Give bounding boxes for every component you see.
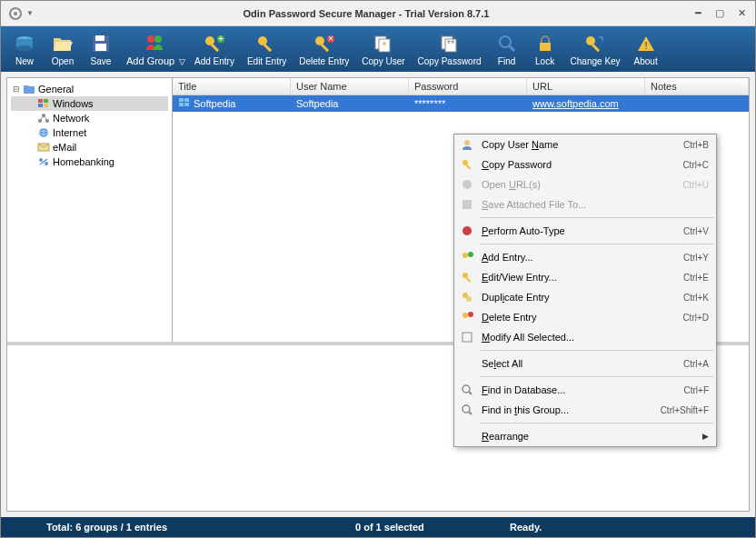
search-icon (494, 33, 520, 55)
change-key-button[interactable]: Change Key (565, 31, 626, 68)
tree-label: General (38, 84, 74, 95)
col-title[interactable]: Title (173, 78, 291, 95)
svg-point-57 (463, 226, 472, 235)
disk-icon (458, 197, 476, 212)
close-button[interactable]: ✕ (735, 7, 748, 20)
svg-point-59 (468, 252, 473, 257)
new-button[interactable]: New (6, 31, 43, 68)
tree-label: Windows (53, 98, 94, 109)
duplicate-icon (458, 290, 476, 304)
svg-rect-15 (263, 44, 271, 52)
user-icon (458, 137, 476, 152)
svg-point-46 (45, 162, 48, 165)
minimize-button[interactable]: ━ (691, 7, 704, 20)
menu-add-entry[interactable]: Add Entry...Ctrl+Y (454, 247, 716, 267)
svg-rect-50 (179, 103, 184, 106)
svg-text:!: ! (644, 40, 647, 51)
key-icon (458, 157, 476, 172)
col-username[interactable]: User Name (291, 78, 409, 95)
svg-line-40 (44, 115, 47, 121)
open-button[interactable]: Open (45, 31, 81, 68)
menu-delete-entry[interactable]: Delete EntryCtrl+D (454, 307, 716, 327)
group-tree[interactable]: ⊟ General Windows Network Internet eMail… (7, 78, 173, 342)
key-delete-icon: × (312, 33, 337, 55)
cell-url: www.softpedia.com (527, 96, 645, 111)
lock-button[interactable]: Lock (527, 31, 563, 68)
svg-point-8 (147, 35, 154, 43)
cell-title: Softpedia (173, 95, 291, 112)
key-edit-icon (458, 270, 476, 284)
statusbar: Total: 6 groups / 1 entries 0 of 1 selec… (1, 517, 755, 537)
svg-line-27 (509, 45, 514, 51)
delete-entry-button[interactable]: ×Delete Entry (293, 31, 354, 68)
copy-user-button[interactable]: Copy User (356, 31, 410, 68)
cell-notes (645, 102, 749, 105)
settings-dropdown-icon[interactable]: ▼ (26, 9, 34, 17)
svg-point-65 (468, 312, 473, 317)
menu-autotype[interactable]: Perform Auto-TypeCtrl+V (454, 221, 716, 241)
svg-rect-28 (540, 43, 551, 51)
menu-edit-entry[interactable]: Edit/View Entry...Ctrl+E (454, 267, 716, 287)
cell-user: Softpedia (291, 96, 409, 111)
tree-label: eMail (53, 142, 76, 153)
menu-separator (480, 217, 714, 218)
list-header: Title User Name Password URL Notes (173, 78, 749, 95)
menu-separator (480, 244, 714, 244)
menu-save-attached: Save Attached File To... (454, 194, 716, 214)
menu-rearrange[interactable]: Rearrange▶ (454, 426, 716, 446)
table-row[interactable]: Softpedia Softpedia ******** www.softped… (173, 95, 749, 112)
tree-item-homebanking[interactable]: Homebanking (11, 154, 168, 169)
collapse-icon[interactable]: ⊟ (11, 85, 22, 94)
save-button[interactable]: Save (83, 31, 119, 68)
add-group-button[interactable]: Add Group ▽ (121, 30, 187, 68)
tree-label: Homebanking (53, 156, 114, 167)
about-button[interactable]: !About (628, 31, 664, 68)
svg-line-68 (469, 392, 472, 394)
tree-root-general[interactable]: ⊟ General (11, 82, 168, 96)
percent-icon (36, 154, 51, 169)
settings-gear-icon[interactable] (8, 6, 23, 21)
copy-password-button[interactable]: **Copy Password (413, 31, 487, 68)
svg-rect-11 (211, 44, 219, 52)
col-password[interactable]: Password (409, 78, 527, 95)
menu-copy-password[interactable]: Copy PasswordCtrl+C (454, 154, 716, 174)
col-notes[interactable]: Notes (645, 78, 749, 95)
svg-point-58 (463, 253, 468, 258)
tree-item-internet[interactable]: Internet (11, 125, 168, 140)
svg-rect-61 (466, 277, 472, 283)
copy-password-icon: ** (437, 33, 463, 55)
menu-duplicate-entry[interactable]: Duplicate EntryCtrl+K (454, 287, 716, 307)
tree-item-network[interactable]: Network (11, 111, 168, 125)
svg-point-52 (464, 140, 470, 145)
modify-icon (458, 330, 476, 344)
menu-open-url: Open URL(s)Ctrl+U (454, 174, 716, 194)
col-url[interactable]: URL (527, 78, 645, 95)
autotype-icon (458, 224, 476, 238)
svg-point-64 (463, 313, 468, 318)
status-ready: Ready. (510, 522, 746, 533)
svg-rect-51 (184, 103, 189, 106)
status-selected: 0 of 1 selected (355, 522, 510, 533)
edit-entry-button[interactable]: Edit Entry (242, 31, 292, 68)
menu-find-database[interactable]: Find in Database...Ctrl+F (454, 380, 716, 400)
menu-separator (480, 350, 714, 351)
lock-icon (532, 33, 558, 55)
folder-open-icon (50, 33, 75, 55)
cell-password: ******** (409, 96, 527, 111)
find-button[interactable]: Find (489, 31, 525, 68)
maximize-button[interactable]: ▢ (713, 7, 726, 20)
menu-find-group[interactable]: Find in this Group...Ctrl+Shift+F (454, 400, 716, 420)
add-entry-button[interactable]: +Add Entry (189, 31, 240, 68)
menu-copy-username[interactable]: Copy User NameCtrl+B (454, 134, 716, 154)
tree-item-windows[interactable]: Windows (11, 96, 168, 111)
search-icon (458, 383, 476, 397)
submenu-arrow-icon: ▶ (702, 432, 709, 441)
tree-item-email[interactable]: eMail (11, 140, 168, 154)
menu-modify-all[interactable]: Modify All Selected... (454, 327, 716, 347)
key-edit-icon (254, 33, 280, 55)
svg-point-55 (463, 180, 472, 189)
svg-rect-7 (95, 44, 106, 51)
database-icon (12, 33, 37, 55)
menu-select-all[interactable]: Select AllCtrl+A (454, 354, 716, 374)
svg-rect-6 (95, 35, 104, 41)
